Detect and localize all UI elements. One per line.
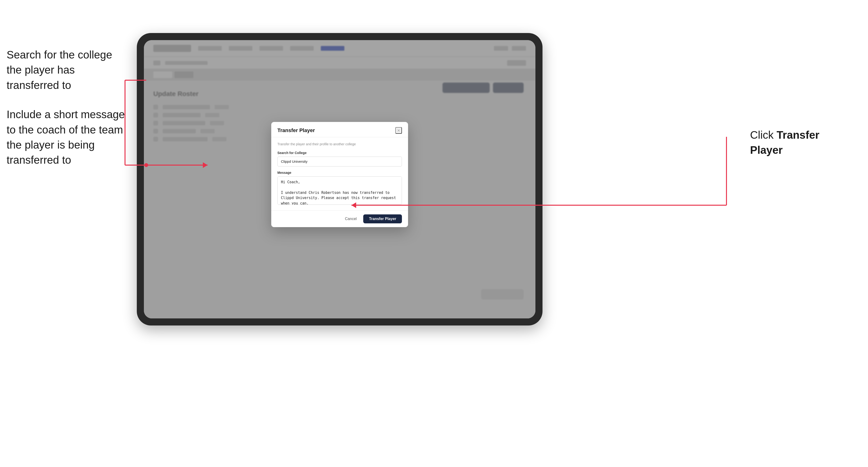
modal-header: Transfer Player × xyxy=(271,122,408,137)
modal-footer: Cancel Transfer Player xyxy=(271,210,408,227)
modal-dialog: Transfer Player × Transfer the player an… xyxy=(271,122,408,227)
college-search-input[interactable] xyxy=(277,157,402,166)
cancel-button[interactable]: Cancel xyxy=(342,215,360,223)
annotation-right-prefix: Click xyxy=(750,129,776,141)
annotation-search-text: Search for the college the player has tr… xyxy=(7,47,129,93)
tablet-screen: Update Roster xyxy=(144,40,535,318)
annotation-message-text: Include a short message to the coach of … xyxy=(7,107,129,168)
modal-title: Transfer Player xyxy=(277,127,315,133)
modal-body: Transfer the player and their profile to… xyxy=(271,137,408,210)
search-label: Search for College xyxy=(277,151,402,155)
tablet-frame: Update Roster xyxy=(137,33,542,325)
annotation-right-block: Click Transfer Player xyxy=(750,127,844,158)
message-label: Message xyxy=(277,171,402,175)
modal-close-button[interactable]: × xyxy=(395,127,402,134)
annotation-left-block: Search for the college the player has tr… xyxy=(7,47,129,182)
modal-overlay: Transfer Player × Transfer the player an… xyxy=(144,40,535,318)
transfer-player-button[interactable]: Transfer Player xyxy=(363,214,402,223)
message-textarea[interactable] xyxy=(277,177,402,205)
modal-description: Transfer the player and their profile to… xyxy=(277,142,402,147)
annotation-right-text: Click Transfer Player xyxy=(750,127,844,158)
